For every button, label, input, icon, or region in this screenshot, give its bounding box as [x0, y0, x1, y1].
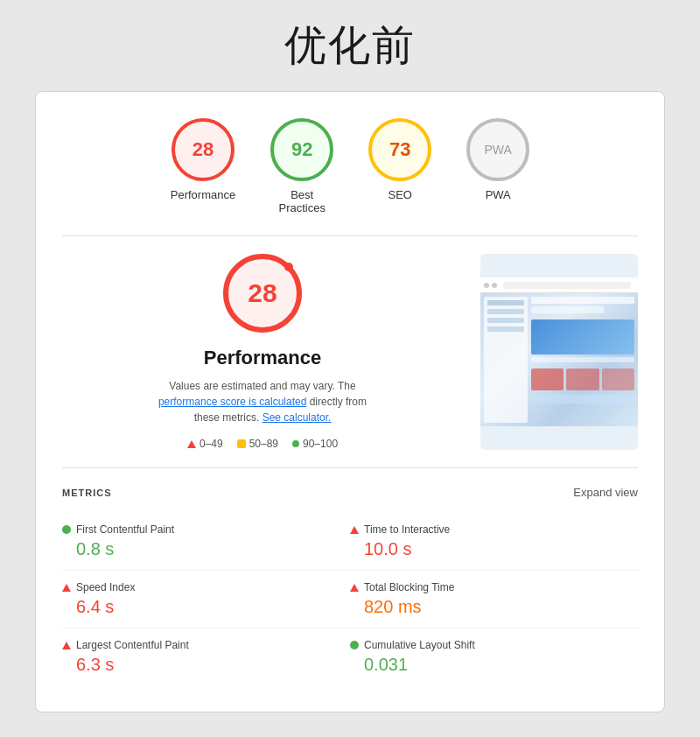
fcp-value: 0.8 s — [62, 539, 324, 559]
calculator-link[interactable]: See calculator. — [262, 411, 332, 424]
legend-green-label: 90–100 — [303, 438, 338, 450]
scores-row: 28 Performance 92 BestPractices 73 SEO P… — [62, 118, 638, 236]
legend-red: 0–49 — [187, 438, 223, 450]
performance-detail-title: Performance — [204, 347, 322, 369]
performance-screenshot — [480, 254, 638, 450]
sidebar-line2 — [487, 309, 524, 314]
tti-name-row: Time to Interactive — [350, 523, 624, 536]
performance-score-link[interactable]: performance score is calculated — [158, 396, 306, 408]
pwa-label: PWA — [486, 188, 511, 201]
main-line3 — [531, 357, 634, 362]
expand-view-button[interactable]: Expand view — [573, 486, 638, 499]
lcp-value: 6.3 s — [62, 655, 324, 675]
cls-dot-icon — [350, 641, 359, 649]
main-card: 28 Performance 92 BestPractices 73 SEO P… — [35, 91, 665, 712]
score-best-practices: 92 BestPractices — [270, 118, 333, 214]
score-pwa: PWA PWA — [466, 118, 529, 214]
hero-image-area — [531, 319, 634, 354]
tbt-value: 820 ms — [350, 597, 624, 617]
performance-big-circle: 28 — [223, 254, 302, 333]
legend-yellow-label: 50–89 — [249, 438, 278, 450]
metrics-header: METRICS Expand view — [62, 486, 638, 499]
performance-label: Performance — [171, 188, 235, 201]
cls-name-row: Cumulative Layout Shift — [350, 639, 624, 651]
screenshot-sidebar — [484, 297, 528, 423]
legend-green: 90–100 — [292, 438, 338, 450]
tti-value: 10.0 s — [350, 539, 624, 559]
best-practices-circle: 92 — [270, 118, 333, 181]
yellow-square-icon — [237, 439, 246, 448]
pwa-circle: PWA — [466, 118, 529, 181]
bottom-bar — [531, 395, 634, 404]
fcp-dot-icon — [62, 525, 71, 534]
seo-circle: 73 — [368, 118, 431, 181]
performance-description: Values are estimated and may vary. The p… — [149, 378, 376, 425]
page-title: 优化前 — [284, 18, 416, 74]
cls-name: Cumulative Layout Shift — [364, 639, 475, 651]
metrics-grid: First Contentful Paint 0.8 s Time to Int… — [62, 513, 638, 685]
lcp-name-row: Largest Contentful Paint — [62, 639, 324, 651]
metric-tbt: Total Blocking Time 820 ms — [350, 571, 638, 628]
screenshot-topbar — [480, 277, 638, 293]
score-seo: 73 SEO — [368, 118, 431, 214]
tbt-triangle-icon — [350, 584, 359, 592]
dot1 — [484, 283, 489, 288]
performance-detail-section: 28 Performance Values are estimated and … — [62, 254, 638, 468]
lcp-name: Largest Contentful Paint — [76, 639, 189, 651]
metric-si: Speed Index 6.4 s — [62, 571, 350, 628]
screenshot-image — [480, 277, 638, 426]
screenshot-main-content — [531, 297, 634, 423]
screenshot-content — [480, 293, 638, 426]
address-bar — [503, 282, 631, 289]
tbt-name: Total Blocking Time — [364, 581, 454, 593]
lcp-triangle-icon — [62, 642, 71, 649]
item-box1 — [531, 368, 564, 390]
metric-lcp: Largest Contentful Paint 6.3 s — [62, 628, 350, 685]
seo-label: SEO — [388, 188, 411, 201]
dot2 — [492, 283, 497, 288]
legend-row: 0–49 50–89 90–100 — [187, 438, 338, 450]
cls-value: 0.031 — [350, 655, 624, 675]
score-performance: 28 Performance — [171, 118, 235, 214]
best-practices-label: BestPractices — [278, 188, 325, 214]
metric-cls: Cumulative Layout Shift 0.031 — [350, 628, 638, 685]
metrics-label: METRICS — [62, 488, 112, 498]
metric-tti: Time to Interactive 10.0 s — [350, 513, 638, 571]
legend-yellow: 50–89 — [237, 438, 278, 450]
green-dot-icon — [292, 440, 299, 447]
performance-left-panel: 28 Performance Values are estimated and … — [62, 254, 463, 450]
tbt-name-row: Total Blocking Time — [350, 581, 624, 593]
main-line2 — [531, 306, 604, 313]
sidebar-line3 — [487, 318, 524, 323]
main-line1 — [531, 297, 634, 304]
tti-triangle-icon — [350, 526, 359, 534]
legend-red-label: 0–49 — [200, 438, 223, 450]
si-value: 6.4 s — [62, 597, 324, 617]
item-box3 — [602, 368, 634, 390]
tti-name: Time to Interactive — [364, 523, 450, 536]
sidebar-line1 — [487, 300, 524, 305]
si-name-row: Speed Index — [62, 581, 324, 593]
item-box2 — [566, 368, 598, 390]
fcp-name-row: First Contentful Paint — [62, 523, 324, 536]
sidebar-line4 — [487, 326, 524, 332]
performance-circle: 28 — [172, 118, 234, 181]
red-triangle-icon — [187, 440, 196, 448]
bottom-items — [531, 368, 634, 390]
fcp-name: First Contentful Paint — [76, 523, 174, 536]
si-name: Speed Index — [76, 581, 135, 593]
si-triangle-icon — [62, 584, 71, 592]
metric-fcp: First Contentful Paint 0.8 s — [62, 513, 350, 571]
